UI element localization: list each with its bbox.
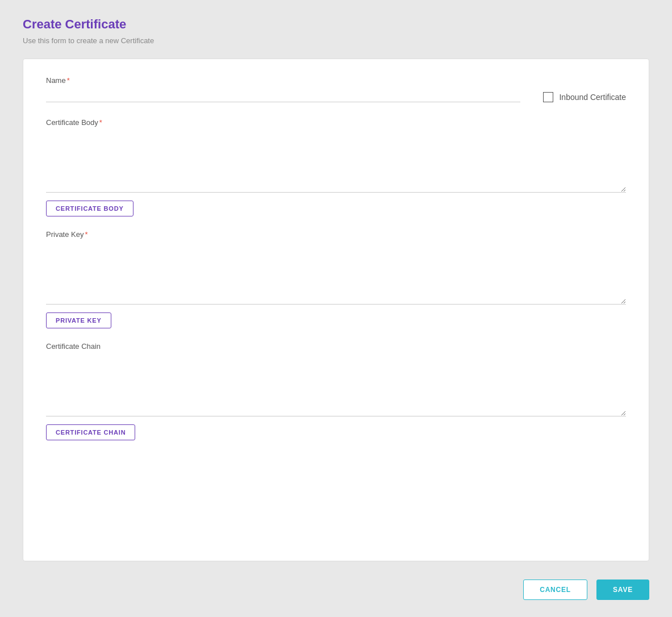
cancel-button[interactable]: CANCEL [523,580,587,600]
private-key-section: Private Key* PRIVATE KEY [46,230,626,328]
certificate-body-label: Certificate Body* [46,118,626,127]
certificate-chain-textarea[interactable] [46,354,626,416]
private-key-textarea[interactable] [46,242,626,305]
private-key-button[interactable]: PRIVATE KEY [46,312,111,328]
private-key-label: Private Key* [46,230,626,239]
inbound-certificate-label: Inbound Certificate [559,93,626,102]
certificate-body-button[interactable]: CERTIFICATE BODY [46,201,133,216]
name-row: Name* Inbound Certificate [46,76,626,102]
name-input[interactable] [46,88,520,102]
certificate-chain-section: Certificate Chain CERTIFICATE CHAIN [46,342,626,440]
certificate-body-textarea[interactable] [46,130,626,193]
form-card: Name* Inbound Certificate Certificate Bo… [23,59,649,561]
save-button[interactable]: SAVE [596,580,649,600]
inbound-checkbox-wrap: Inbound Certificate [543,92,626,102]
certificate-chain-label: Certificate Chain [46,342,626,351]
name-label: Name* [46,76,520,85]
certificate-chain-button[interactable]: CERTIFICATE CHAIN [46,424,135,440]
certificate-body-section: Certificate Body* CERTIFICATE BODY [46,118,626,216]
name-field-wrap: Name* [46,76,520,102]
page-subtitle: Use this form to create a new Certificat… [23,36,649,45]
inbound-certificate-checkbox[interactable] [543,92,553,102]
page-title: Create Certificate [23,17,649,32]
footer-actions: CANCEL SAVE [23,580,649,600]
